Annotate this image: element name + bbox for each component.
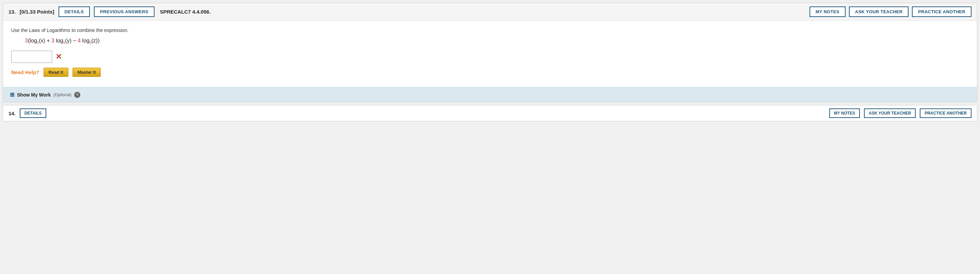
show-work-label: Show My Work bbox=[17, 92, 51, 98]
wrong-mark: ✕ bbox=[56, 52, 62, 61]
math-arg1: (x) bbox=[39, 38, 45, 44]
math-plus: + bbox=[47, 38, 51, 44]
math-arg3: (z)) bbox=[92, 38, 100, 44]
points-label: [0/1.33 Points] bbox=[20, 9, 54, 14]
math-arg2: (y) bbox=[65, 38, 73, 44]
math-coeff1: 3 bbox=[25, 38, 28, 44]
practice-another-button[interactable]: PRACTICE ANOTHER bbox=[912, 6, 972, 17]
ask-teacher-button[interactable]: ASK YOUR TEACHER bbox=[849, 6, 909, 17]
bottom-ask-teacher-button[interactable]: ASK YOUR TEACHER bbox=[864, 108, 916, 118]
question-body: Use the Laws of Logarithms to combine th… bbox=[3, 21, 977, 84]
problem-code: SPRECALC7 4.4.056. bbox=[160, 9, 211, 14]
show-my-work-section: ⊞ Show My Work (Optional) ? bbox=[3, 87, 977, 102]
bottom-bar: 14. DETAILS MY NOTES ASK YOUR TEACHER PR… bbox=[3, 105, 977, 121]
math-coeff2: 3 bbox=[51, 38, 54, 44]
math-expression: 3(log5(x) + 3 log5(y) − 4 log5(z)) bbox=[25, 38, 969, 44]
answer-input[interactable] bbox=[11, 51, 52, 63]
instruction-text: Use the Laws of Logarithms to combine th… bbox=[11, 27, 969, 33]
answer-row: ✕ bbox=[11, 51, 969, 63]
details-button[interactable]: DETAILS bbox=[59, 6, 90, 17]
show-work-help-icon[interactable]: ? bbox=[74, 92, 80, 98]
previous-answers-button[interactable]: PREVIOUS ANSWERS bbox=[94, 6, 154, 17]
master-it-button[interactable]: Master It bbox=[73, 68, 101, 77]
need-help-label: Need Help? bbox=[11, 69, 40, 75]
question-13-container: 13. [0/1.33 Points] DETAILS PREVIOUS ANS… bbox=[3, 3, 977, 102]
math-log3: log bbox=[81, 38, 89, 44]
bottom-details-button[interactable]: DETAILS bbox=[20, 108, 46, 118]
math-coeff3: 4 bbox=[78, 38, 81, 44]
my-notes-button[interactable]: MY NOTES bbox=[810, 6, 846, 17]
math-paren-open: (log bbox=[28, 38, 37, 44]
bottom-practice-another-button[interactable]: PRACTICE ANOTHER bbox=[920, 108, 972, 118]
question-header: 13. [0/1.33 Points] DETAILS PREVIOUS ANS… bbox=[3, 3, 977, 21]
math-log2: log bbox=[54, 38, 63, 44]
read-it-button[interactable]: Read It bbox=[43, 68, 68, 77]
right-buttons: MY NOTES ASK YOUR TEACHER PRACTICE ANOTH… bbox=[810, 6, 972, 17]
show-work-optional: (Optional) bbox=[53, 92, 72, 97]
math-minus: − bbox=[73, 38, 78, 44]
need-help-row: Need Help? Read It Master It bbox=[11, 68, 969, 77]
question-number: 13. bbox=[8, 9, 16, 14]
show-work-toggle[interactable]: ⊞ bbox=[10, 92, 14, 98]
bottom-my-notes-button[interactable]: MY NOTES bbox=[829, 108, 860, 118]
bottom-question-number: 14. bbox=[8, 111, 16, 116]
